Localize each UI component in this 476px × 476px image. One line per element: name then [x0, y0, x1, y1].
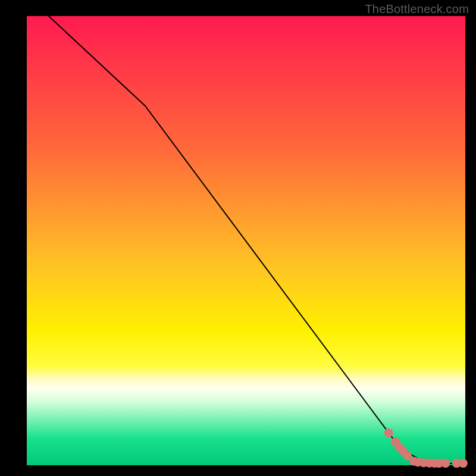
data-point	[384, 428, 393, 437]
attribution-label: TheBottleneck.com	[365, 2, 469, 16]
chart-root: TheBottleneck.com	[0, 0, 476, 476]
data-point	[459, 459, 468, 468]
data-point	[441, 459, 450, 468]
plot-svg	[0, 0, 476, 476]
